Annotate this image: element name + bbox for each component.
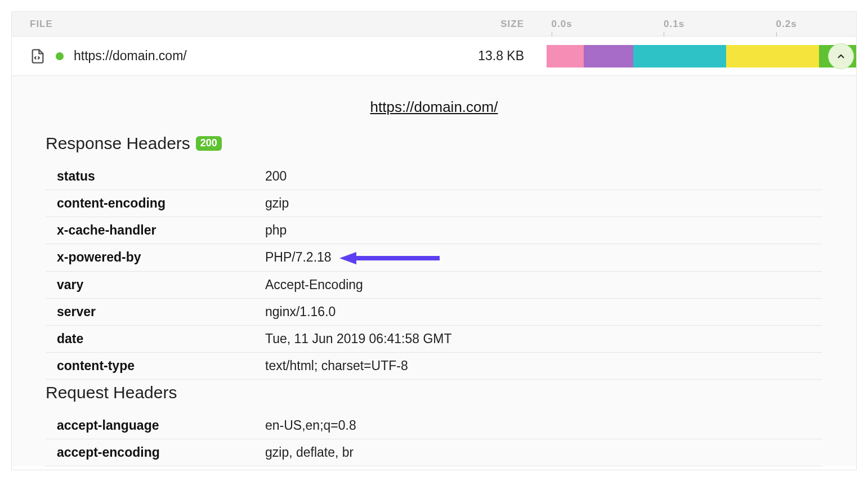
header-key: date <box>46 325 265 352</box>
header-key: x-cache-handler <box>46 217 265 244</box>
header-value: gzip <box>265 190 822 217</box>
response-headers-table: status200content-encodinggzipx-cache-han… <box>46 163 822 380</box>
response-headers-title: Response Headers 200 <box>46 134 822 153</box>
document-code-icon <box>30 48 46 64</box>
time-tick: 0.0s <box>552 12 572 36</box>
time-tick: 0.2s <box>776 12 797 36</box>
header-key: status <box>46 163 265 190</box>
collapse-button[interactable] <box>828 43 854 69</box>
table-row: content-typetext/html; charset=UTF-8 <box>46 352 822 379</box>
col-header-file: FILE <box>12 19 428 30</box>
table-row: accept-languageen-US,en;q=0.8 <box>46 412 822 439</box>
header-value: text/html; charset=UTF-8 <box>265 352 822 379</box>
time-tick: 0.1s <box>664 12 684 36</box>
table-row: dateTue, 11 Jun 2019 06:41:58 GMT <box>46 325 822 352</box>
table-row: x-powered-byPHP/7.2.18 <box>46 244 822 272</box>
header-value: gzip, deflate, br <box>265 439 822 466</box>
response-headers-label: Response Headers <box>46 134 190 153</box>
col-header-size: SIZE <box>428 19 535 30</box>
header-value: 200 <box>265 163 822 190</box>
header-value: PHP/7.2.18 <box>265 244 822 272</box>
header-key: accept-encoding <box>46 439 265 466</box>
time-tick-label: 0.2s <box>776 19 797 30</box>
file-row[interactable]: https://domain.com/ 13.8 KB <box>12 37 856 76</box>
header-key: content-type <box>46 352 265 379</box>
file-size: 13.8 KB <box>428 48 535 64</box>
table-row: accept-encodinggzip, deflate, br <box>46 439 822 466</box>
table-row: varyAccept-Encoding <box>46 271 822 298</box>
file-url: https://domain.com/ <box>74 48 187 64</box>
file-timeline <box>535 37 856 75</box>
time-tick-label: 0.0s <box>552 19 572 30</box>
request-headers-title: Request Headers <box>46 383 822 402</box>
header-value: Tue, 11 Jun 2019 06:41:58 GMT <box>265 325 822 352</box>
timeline-segment <box>584 45 633 68</box>
column-header-row: FILE SIZE 0.0s0.1s0.2s <box>12 12 856 37</box>
header-key: accept-language <box>46 412 265 439</box>
chevron-up-icon <box>836 51 846 61</box>
header-key: vary <box>46 271 265 298</box>
details-panel: https://domain.com/ Response Headers 200… <box>12 76 856 466</box>
network-panel: FILE SIZE 0.0s0.1s0.2s https://domain.co… <box>11 11 857 470</box>
status-dot-ok <box>56 52 64 60</box>
status-badge: 200 <box>196 136 222 151</box>
table-row: servernginx/1.16.0 <box>46 298 822 325</box>
details-url[interactable]: https://domain.com/ <box>46 98 822 116</box>
header-key: server <box>46 298 265 325</box>
header-value: Accept-Encoding <box>265 271 822 298</box>
table-row: content-encodinggzip <box>46 190 822 217</box>
timeline-bar <box>547 45 856 68</box>
header-key: x-powered-by <box>46 244 265 272</box>
time-tick-label: 0.1s <box>664 19 684 30</box>
request-headers-table: accept-languageen-US,en;q=0.8accept-enco… <box>46 412 822 466</box>
table-row: x-cache-handlerphp <box>46 217 822 244</box>
timeline-segment <box>633 45 726 68</box>
timeline-segment <box>726 45 819 68</box>
svg-marker-1 <box>339 252 356 264</box>
header-value: php <box>265 217 822 244</box>
table-row: status200 <box>46 163 822 190</box>
col-header-timeline: 0.0s0.1s0.2s <box>535 12 856 36</box>
header-key: content-encoding <box>46 190 265 217</box>
file-cell: https://domain.com/ <box>12 48 428 64</box>
annotation-arrow-icon <box>339 251 441 266</box>
header-value: en-US,en;q=0.8 <box>265 412 822 439</box>
header-value: nginx/1.16.0 <box>265 298 822 325</box>
timeline-segment <box>547 45 584 68</box>
